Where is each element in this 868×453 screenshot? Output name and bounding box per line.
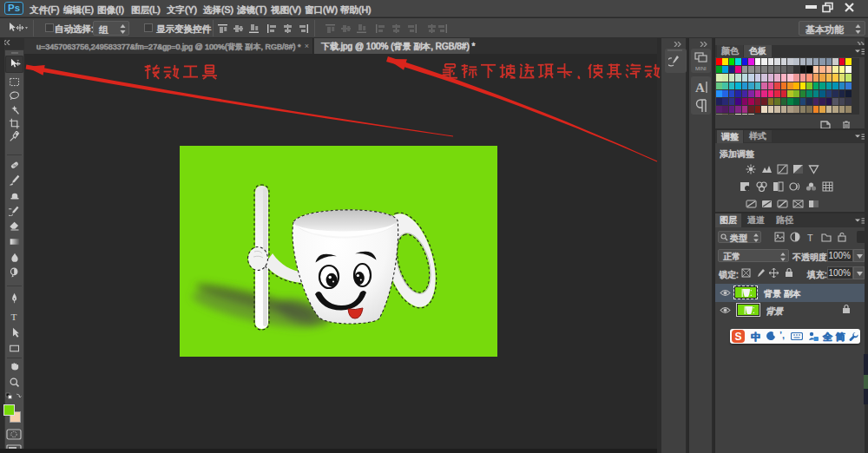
svg-text:T: T: [807, 233, 813, 243]
svg-text:T: T: [11, 312, 17, 322]
svg-text:A: A: [695, 81, 705, 95]
svg-text:MINI: MINI: [695, 66, 707, 71]
